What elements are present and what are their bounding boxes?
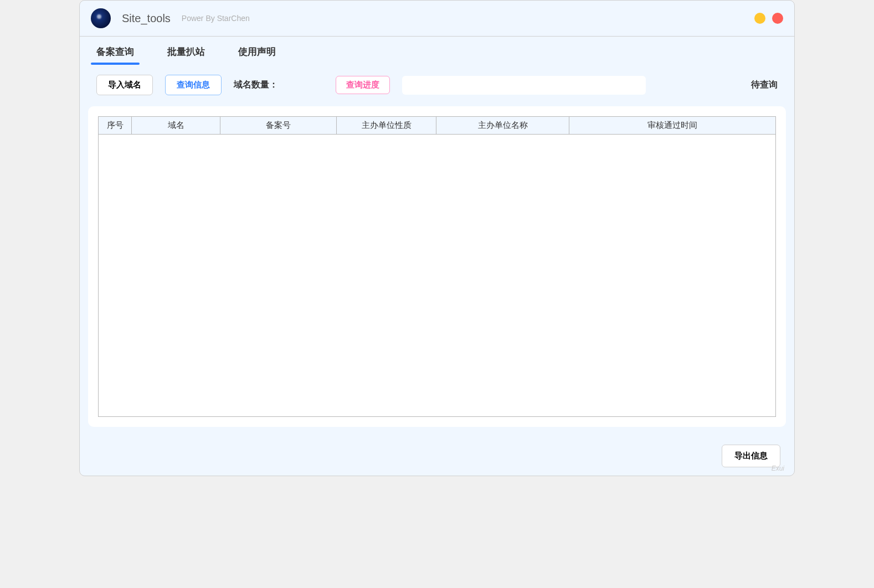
- titlebar: Site_tools Power By StarChen: [80, 1, 794, 37]
- tab-record-query[interactable]: 备案查询: [91, 42, 140, 65]
- app-subtitle: Power By StarChen: [182, 14, 250, 23]
- content-panel: 序号 域名 备案号 主办单位性质 主办单位名称 审核通过时间: [88, 106, 786, 427]
- bottom-bar: 导出信息: [722, 445, 780, 467]
- domain-count-label: 域名数量：: [234, 79, 278, 91]
- col-header-organizer-name[interactable]: 主办单位名称: [436, 117, 569, 135]
- window-controls: [754, 13, 783, 24]
- col-header-organizer-nature[interactable]: 主办单位性质: [337, 117, 436, 135]
- toolbar: 导入域名 查询信息 域名数量： 查询进度 待查询: [80, 65, 794, 101]
- import-domain-button[interactable]: 导入域名: [96, 75, 153, 95]
- watermark: Exui: [772, 465, 784, 472]
- tab-bar: 备案查询 批量扒站 使用声明: [80, 37, 794, 65]
- progress-bar: [402, 76, 646, 95]
- app-window: Site_tools Power By StarChen 备案查询 批量扒站 使…: [79, 0, 795, 476]
- col-header-approval-time[interactable]: 审核通过时间: [569, 117, 776, 135]
- close-button[interactable]: [772, 13, 783, 24]
- results-table: 序号 域名 备案号 主办单位性质 主办单位名称 审核通过时间: [98, 116, 776, 135]
- col-header-domain[interactable]: 域名: [132, 117, 220, 135]
- table-body-empty: [98, 135, 776, 417]
- tab-usage-declaration[interactable]: 使用声明: [233, 42, 281, 65]
- col-header-record-number[interactable]: 备案号: [220, 117, 337, 135]
- app-logo-icon: [91, 8, 111, 28]
- table-header-row: 序号 域名 备案号 主办单位性质 主办单位名称 审核通过时间: [99, 117, 776, 135]
- export-info-button[interactable]: 导出信息: [722, 445, 780, 467]
- query-progress-label: 查询进度: [336, 76, 390, 94]
- status-text: 待查询: [751, 79, 778, 91]
- app-title: Site_tools: [122, 12, 171, 25]
- query-info-button[interactable]: 查询信息: [165, 75, 222, 95]
- col-header-sequence[interactable]: 序号: [99, 117, 132, 135]
- minimize-button[interactable]: [754, 13, 765, 24]
- tab-batch-crawl[interactable]: 批量扒站: [162, 42, 210, 65]
